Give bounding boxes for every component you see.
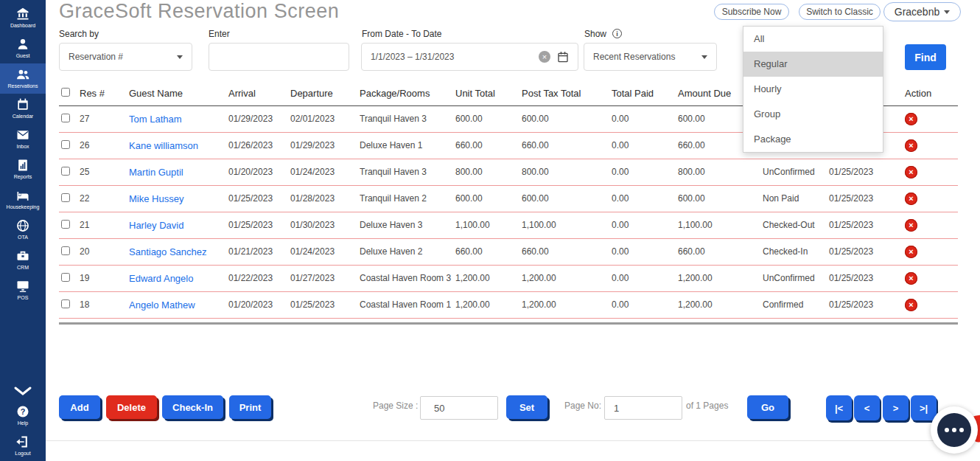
cell-booked-date: 01/25/2023: [829, 273, 873, 283]
cell-status: Non Paid: [763, 193, 799, 204]
dropdown-option-group[interactable]: Group: [743, 102, 883, 127]
row-checkbox[interactable]: [61, 114, 70, 122]
crm-icon: [15, 249, 30, 263]
sidebar-item-inbox[interactable]: Inbox: [0, 124, 46, 154]
cancel-reservation-icon[interactable]: ×: [905, 193, 917, 205]
dropdown-option-regular[interactable]: Regular: [743, 52, 883, 77]
subscribe-now-button[interactable]: Subscribe Now: [714, 4, 789, 20]
check-in-button[interactable]: Check-In: [162, 395, 223, 419]
cell-arrival: 01/21/2023: [228, 246, 273, 257]
cell-unit-total: 1,200.00: [455, 273, 490, 283]
row-checkbox[interactable]: [61, 140, 70, 149]
calendar-icon: [15, 97, 30, 112]
show-select[interactable]: Recent Reservations: [584, 43, 717, 71]
sidebar-item-pos[interactable]: POS: [0, 275, 46, 305]
guest-name-link[interactable]: Kane williamson: [129, 140, 198, 151]
guest-name-link[interactable]: Martin Guptil: [129, 167, 183, 178]
page-title: GraceSoft Reservation Screen: [59, 0, 339, 23]
sidebar-item-reservations[interactable]: Reservations: [0, 63, 46, 94]
cell-package-rooms: Tranquil Haven 3: [360, 114, 427, 124]
guest-name-link[interactable]: Angelo Mathew: [129, 299, 195, 311]
cell-total-paid: 0.00: [612, 299, 629, 310]
sidebar-item-help[interactable]: ? Help: [0, 401, 46, 431]
row-checkbox[interactable]: [61, 246, 70, 255]
cell-arrival: 01/25/2023: [228, 193, 273, 204]
cancel-reservation-icon[interactable]: ×: [905, 272, 917, 285]
total-pages-text: of 1 Pages: [686, 401, 728, 411]
dropdown-option-hourly[interactable]: Hourly: [743, 77, 883, 102]
delete-button[interactable]: Delete: [106, 395, 157, 419]
set-page-size-button[interactable]: Set: [506, 395, 547, 419]
search-term-input[interactable]: [209, 43, 349, 71]
row-checkbox[interactable]: [61, 220, 70, 229]
guest-name-link[interactable]: Santiago Sanchez: [129, 246, 207, 257]
cell-amount-due: 1,200.00: [678, 273, 713, 283]
date-range-input[interactable]: 1/1/2023 – 1/31/2023 ×: [361, 43, 578, 71]
sidebar-item-calendar[interactable]: Calendar: [0, 94, 46, 124]
guest-name-link[interactable]: Tom Latham: [129, 114, 182, 125]
row-checkbox[interactable]: [61, 299, 70, 308]
chat-widget-button[interactable]: [931, 406, 978, 454]
sidebar-item-label: Reports: [14, 174, 32, 180]
guest-name-link[interactable]: Mike Hussey: [129, 193, 183, 204]
row-checkbox[interactable]: [61, 167, 70, 176]
print-button[interactable]: Print: [229, 395, 271, 419]
select-all-checkbox[interactable]: [61, 88, 70, 97]
col-arrival: Arrival: [228, 81, 290, 105]
cell-total-paid: 0.00: [612, 140, 629, 150]
add-button[interactable]: Add: [59, 395, 100, 419]
last-page-button[interactable]: >|: [911, 395, 937, 420]
sidebar-item-crm[interactable]: CRM: [0, 245, 46, 275]
sidebar-item-dashboard[interactable]: Dashboard: [0, 3, 46, 33]
cell-post-tax-total: 600.00: [522, 193, 549, 204]
cell-booked-date: 01/25/2023: [829, 167, 873, 177]
clear-date-icon[interactable]: ×: [539, 51, 550, 63]
previous-page-button[interactable]: <: [854, 395, 880, 420]
page-size-input[interactable]: [420, 396, 498, 420]
cancel-reservation-icon[interactable]: ×: [905, 139, 917, 152]
sidebar-item-logout[interactable]: Logout: [0, 431, 46, 461]
cell-res-number: 27: [80, 114, 89, 124]
guest-name-link[interactable]: Edward Angelo: [129, 273, 193, 284]
guest-icon: [15, 37, 30, 52]
calendar-picker-icon[interactable]: [557, 51, 569, 63]
find-button[interactable]: Find: [905, 44, 946, 70]
row-checkbox[interactable]: [61, 193, 70, 202]
cell-total-paid: 0.00: [612, 220, 629, 230]
cell-res-number: 25: [80, 167, 89, 177]
search-by-select[interactable]: Reservation #: [59, 43, 192, 71]
housekeeping-icon: [15, 188, 30, 203]
cancel-reservation-icon[interactable]: ×: [905, 246, 917, 258]
page-size-label: Page Size :: [373, 401, 418, 411]
next-page-button[interactable]: >: [883, 395, 909, 420]
dropdown-option-all[interactable]: All: [743, 27, 883, 52]
pos-icon: [15, 279, 30, 294]
cell-package-rooms: Deluxe Haven 2: [360, 246, 422, 257]
dropdown-option-package[interactable]: Package: [743, 127, 883, 152]
col-res-number: Res #: [80, 81, 129, 105]
cell-package-rooms: Tranquil Haven 2: [360, 193, 427, 204]
sidebar-expand-toggle[interactable]: [0, 382, 46, 401]
first-page-button[interactable]: |<: [826, 395, 852, 420]
cell-departure: 01/30/2023: [290, 220, 335, 230]
sidebar-item-reports[interactable]: Reports: [0, 154, 46, 184]
cell-res-number: 26: [80, 140, 89, 150]
cell-package-rooms: Deluxe Haven 1: [360, 140, 422, 150]
row-checkbox[interactable]: [61, 273, 70, 282]
cancel-reservation-icon[interactable]: ×: [905, 299, 917, 311]
subscribe-now-label: Subscribe Now: [722, 7, 782, 17]
switch-to-classic-button[interactable]: Switch to Classic: [799, 4, 881, 20]
sidebar-item-ota[interactable]: OTA: [0, 215, 46, 245]
sidebar-item-guest[interactable]: Guest: [0, 33, 46, 63]
cancel-reservation-icon[interactable]: ×: [905, 113, 917, 125]
cancel-reservation-icon[interactable]: ×: [905, 219, 917, 232]
cancel-reservation-icon[interactable]: ×: [905, 166, 917, 178]
guest-name-link[interactable]: Harley David: [129, 220, 183, 231]
col-action: Action: [905, 81, 958, 105]
go-to-page-button[interactable]: Go: [747, 395, 788, 419]
page-no-input[interactable]: [604, 396, 682, 420]
account-menu-button[interactable]: Gracebnb: [883, 2, 961, 21]
cell-post-tax-total: 1,100.00: [522, 220, 556, 230]
cell-amount-due: 660.00: [678, 246, 705, 257]
sidebar-item-housekeeping[interactable]: Housekeeping: [0, 184, 46, 215]
